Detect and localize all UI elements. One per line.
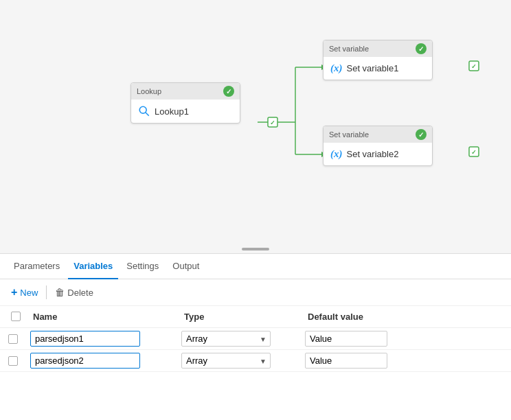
row1-default-input[interactable] bbox=[305, 331, 387, 347]
lookup-node[interactable]: Lookup Lookup1 bbox=[130, 82, 240, 124]
row2-checkbox-cell bbox=[8, 356, 30, 366]
col-type-header: Type bbox=[181, 309, 305, 325]
setvar2-node-body: (x) Set variable2 bbox=[323, 143, 432, 165]
search-icon bbox=[138, 105, 150, 117]
table-row: Array String Integer Boolean Object ▼ bbox=[0, 328, 511, 350]
row2-default-input[interactable] bbox=[305, 353, 387, 369]
lookup-node-body: Lookup1 bbox=[131, 100, 240, 123]
setvar1-node-title: Set variable bbox=[329, 45, 369, 53]
variable-icon: (x) bbox=[330, 62, 343, 74]
canvas-area: ✓ ✓ ✓ Lookup Lookup1 Set variable bbox=[0, 0, 511, 254]
bottom-panel: Parameters Variables Settings Output + N… bbox=[0, 254, 511, 420]
tab-variables[interactable]: Variables bbox=[68, 254, 118, 279]
row2-type-select-wrap: Array String Integer Boolean Object ▼ bbox=[181, 353, 271, 369]
row2-checkbox[interactable] bbox=[8, 356, 18, 366]
col-default-header: Default value bbox=[305, 309, 503, 325]
plus-icon: + bbox=[11, 286, 17, 299]
table-header-row: Name Type Default value bbox=[0, 306, 511, 328]
col-name-header: Name bbox=[30, 309, 181, 325]
row1-type-select[interactable]: Array String Integer Boolean Object bbox=[181, 331, 271, 347]
row1-type-select-wrap: Array String Integer Boolean Object ▼ bbox=[181, 331, 271, 347]
row1-name-input[interactable] bbox=[30, 331, 140, 347]
variable-icon-2: (x) bbox=[330, 148, 343, 160]
tab-settings[interactable]: Settings bbox=[121, 254, 164, 279]
new-label: New bbox=[20, 288, 38, 298]
col-checkbox-header bbox=[8, 309, 30, 325]
svg-rect-5 bbox=[268, 117, 277, 127]
tab-parameters[interactable]: Parameters bbox=[8, 254, 65, 279]
trash-icon: 🗑 bbox=[55, 287, 65, 298]
table-row: Array String Integer Boolean Object ▼ bbox=[0, 350, 511, 372]
variables-toolbar: + New 🗑 Delete bbox=[0, 279, 511, 306]
setvar2-node[interactable]: Set variable (x) Set variable2 bbox=[323, 126, 433, 166]
svg-text:✓: ✓ bbox=[471, 149, 477, 156]
svg-point-13 bbox=[139, 106, 146, 113]
lookup-node-header: Lookup bbox=[131, 83, 240, 100]
svg-text:✓: ✓ bbox=[270, 119, 275, 126]
new-button[interactable]: + New bbox=[8, 285, 41, 300]
divider-handle[interactable] bbox=[242, 248, 269, 250]
tab-output[interactable]: Output bbox=[167, 254, 205, 279]
setvar1-node[interactable]: Set variable (x) Set variable1 bbox=[323, 40, 433, 80]
row2-name-cell bbox=[30, 353, 181, 369]
svg-rect-9 bbox=[469, 147, 479, 156]
setvar2-node-label: Set variable2 bbox=[347, 149, 399, 159]
setvar2-node-title: Set variable bbox=[329, 130, 369, 139]
setvar2-status-check bbox=[416, 129, 427, 140]
lookup-node-title: Lookup bbox=[137, 87, 161, 95]
setvar1-node-body: (x) Set variable1 bbox=[323, 57, 432, 80]
row2-type-select[interactable]: Array String Integer Boolean Object bbox=[181, 353, 271, 369]
row1-name-cell bbox=[30, 331, 181, 347]
row1-type-cell: Array String Integer Boolean Object ▼ bbox=[181, 331, 305, 347]
variables-table: Name Type Default value Array String Int… bbox=[0, 306, 511, 420]
svg-line-14 bbox=[146, 113, 148, 115]
row2-type-cell: Array String Integer Boolean Object ▼ bbox=[181, 353, 305, 369]
delete-label: Delete bbox=[67, 288, 93, 298]
row1-checkbox-cell bbox=[8, 334, 30, 344]
lookup-node-label: Lookup1 bbox=[155, 106, 189, 117]
row2-default-cell bbox=[305, 353, 503, 369]
setvar2-node-header: Set variable bbox=[323, 126, 432, 143]
delete-button[interactable]: 🗑 Delete bbox=[52, 285, 96, 299]
connector-lines: ✓ ✓ ✓ bbox=[0, 0, 511, 253]
setvar1-node-header: Set variable bbox=[323, 40, 432, 57]
row1-default-cell bbox=[305, 331, 503, 347]
lookup-status-check bbox=[223, 86, 234, 97]
row1-checkbox[interactable] bbox=[8, 334, 18, 344]
setvar1-status-check bbox=[416, 43, 427, 54]
svg-rect-7 bbox=[469, 61, 479, 71]
row2-name-input[interactable] bbox=[30, 353, 140, 369]
setvar1-node-label: Set variable1 bbox=[347, 63, 399, 73]
header-checkbox[interactable] bbox=[11, 312, 21, 321]
toolbar-divider bbox=[46, 285, 47, 299]
svg-text:✓: ✓ bbox=[471, 63, 477, 70]
tabs-bar: Parameters Variables Settings Output bbox=[0, 254, 511, 279]
